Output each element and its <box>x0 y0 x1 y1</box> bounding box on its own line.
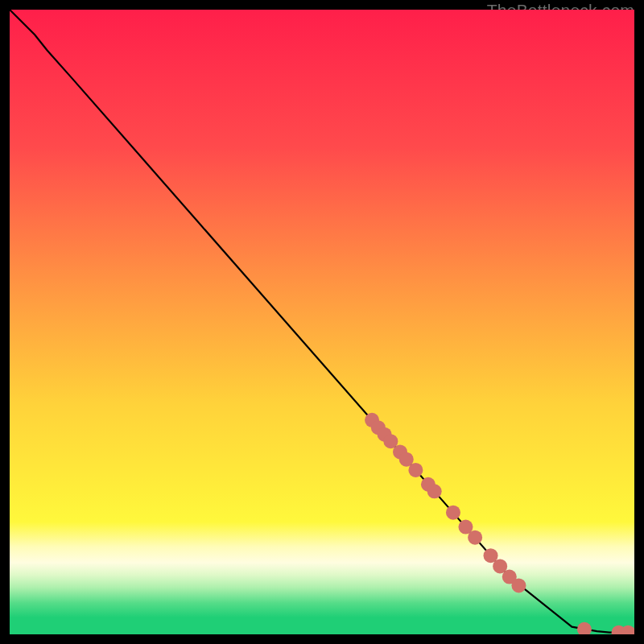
highlight-point <box>511 578 526 592</box>
chart-svg <box>10 10 634 634</box>
highlight-point <box>446 506 460 520</box>
chart-frame: TheBottleneck.com <box>10 10 634 634</box>
chart-background <box>10 10 634 634</box>
highlight-point <box>408 463 423 477</box>
highlight-point <box>427 484 442 498</box>
highlight-point <box>468 530 482 545</box>
